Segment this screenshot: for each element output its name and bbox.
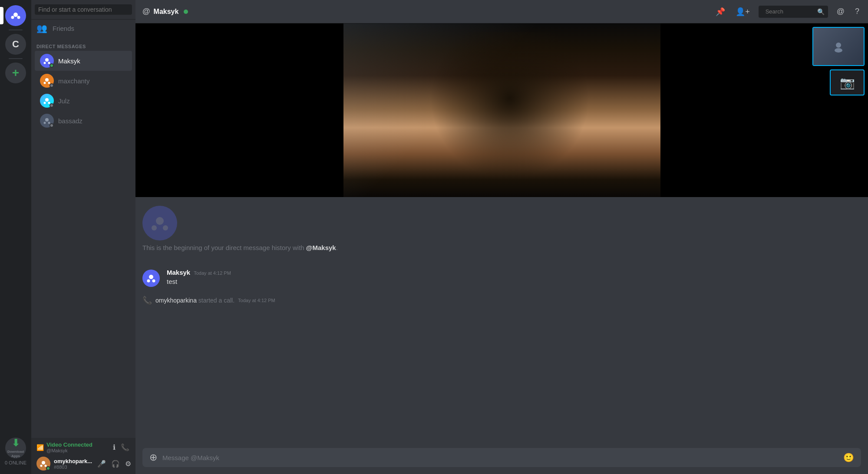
dm-item-julz[interactable]: Julz [35,91,132,111]
svg-point-2 [17,16,20,19]
main-area: @ Maksyk 📌 👤+ 🔍 @ ? [135,0,868,474]
mention-button[interactable]: @ [835,5,846,18]
video-area: 📷 [135,23,868,197]
signal-bars-icon: 📶 [36,444,44,451]
add-friend-button[interactable]: 👤+ [734,5,752,18]
header-search-input[interactable] [762,7,817,16]
history-start: This is the beginning of your direct mes… [142,206,861,251]
user-controls: omykhopark... #8803 🎤 🎧 ⚙ [36,457,130,471]
help-button[interactable]: ? [853,5,861,18]
chat-header: @ Maksyk 📌 👤+ 🔍 @ ? [135,0,868,23]
deafen-button[interactable]: 🎧 [109,458,122,470]
phone-icon: 📞 [142,296,152,305]
svg-point-21 [152,225,157,230]
video-thumbnail[interactable] [812,27,865,66]
video-outer [135,23,868,197]
server-letter: C [12,39,19,50]
vc-channel: @Maksyk [46,448,92,453]
status-dot-maksyk-online [50,63,54,68]
vc-label: Video Connected [46,441,92,448]
header-title: @ Maksyk [142,7,188,16]
svg-point-20 [156,217,164,225]
download-arrow-icon: ⬇ [12,438,20,449]
dm-item-bassadz[interactable]: bassadz [35,111,132,131]
history-text: This is the beginning of your direct mes… [142,244,861,251]
svg-point-25 [152,280,155,283]
dm-name-maksyk: Maksyk [58,57,80,65]
header-username: Maksyk [154,8,179,16]
user-info: omykhopark... #8803 [54,458,92,470]
pin-button[interactable]: 📌 [714,5,727,18]
vc-disconnect-button[interactable]: 📞 [120,442,130,452]
settings-button[interactable]: ⚙ [123,458,133,470]
dm-name-julz: Julz [58,97,70,105]
dm-item-maksyk[interactable]: Maksyk [35,51,132,71]
vc-info-button[interactable]: ℹ [112,442,116,452]
dm-list: Maksyk maxchanty [31,51,135,438]
video-center [343,23,660,197]
vc-actions: ℹ 📞 [112,442,130,452]
history-mention: @Maksyk [306,244,336,251]
svg-point-0 [13,13,18,17]
server-separator [9,30,23,30]
message-group: Maksyk Today at 4:12 PM test [142,267,861,289]
thumbnail-image [813,28,864,65]
message-header: Maksyk Today at 4:12 PM [167,269,861,276]
video-connected-info: 📶 Video Connected @Maksyk [36,441,92,453]
server-rail: C + ⬇ Download Apps 0 ONLINE [0,0,31,474]
friends-label: Friends [53,25,74,32]
mute-button[interactable]: 🎤 [96,458,108,470]
message-timestamp: Today at 4:12 PM [194,270,231,276]
user-name: omykhopark... [54,458,92,464]
svg-point-9 [45,98,49,102]
history-text-end: . [336,244,338,251]
camera-off-tile[interactable]: 📷 [830,69,865,95]
online-count: 0 ONLINE [5,460,26,465]
avatar-wrap-maxchanty [40,74,54,88]
dm-section-label: DIRECT MESSAGES [31,37,135,51]
search-input[interactable] [35,4,132,15]
search-bar-container [31,0,135,20]
user-action-buttons: 🎤 🎧 ⚙ [96,458,133,470]
download-label: Download Apps [5,450,26,458]
user-status-dot [46,466,50,471]
at-symbol: @ [142,7,150,16]
svg-point-3 [45,58,49,62]
discord-home-button[interactable] [5,5,26,26]
video-connected-text: Video Connected @Maksyk [46,441,92,453]
header-actions: 📌 👤+ 🔍 @ ? [714,5,861,18]
download-apps-button[interactable]: ⬇ Download Apps [5,438,26,458]
plus-icon: ⊕ [149,452,157,463]
svg-point-24 [147,280,150,283]
svg-point-23 [149,275,153,279]
server-c-icon[interactable]: C [5,34,26,55]
dm-item-maxchanty[interactable]: maxchanty [35,71,132,91]
svg-point-13 [44,122,46,124]
message-input[interactable] [162,450,838,466]
channel-sidebar: 👥 Friends DIRECT MESSAGES Maksyk [31,0,135,474]
svg-point-22 [163,225,168,230]
add-server-button[interactable]: + [5,63,26,83]
user-tag: #8803 [54,464,92,470]
emoji-button[interactable]: 🙂 [842,451,856,464]
svg-point-15 [42,461,45,464]
status-dot-julz-offline [50,103,54,108]
video-connected-section: 📶 Video Connected @Maksyk ℹ 📞 [36,441,130,453]
call-timestamp: Today at 4:12 PM [238,298,275,303]
svg-point-1 [11,16,14,19]
status-dot-bassadz-offline [50,123,54,128]
call-notification: 📞 omykhoparkina started a call. Today at… [142,294,861,307]
message-text: test [167,277,861,286]
message-author: Maksyk [167,269,190,276]
messages-area: This is the beginning of your direct mes… [135,197,868,448]
avatar-wrap-maksyk [40,54,54,68]
friends-icon: 👥 [36,23,47,33]
caller-name: omykhoparkina [155,297,197,304]
svg-point-18 [836,43,841,48]
friends-nav-item[interactable]: 👥 Friends [31,20,135,37]
search-header-icon: 🔍 [817,8,825,15]
add-attachment-button[interactable]: ⊕ [148,450,159,465]
svg-point-12 [45,118,49,122]
call-text: omykhoparkina started a call. [155,297,234,304]
camera-off-icon: 📷 [840,76,855,90]
